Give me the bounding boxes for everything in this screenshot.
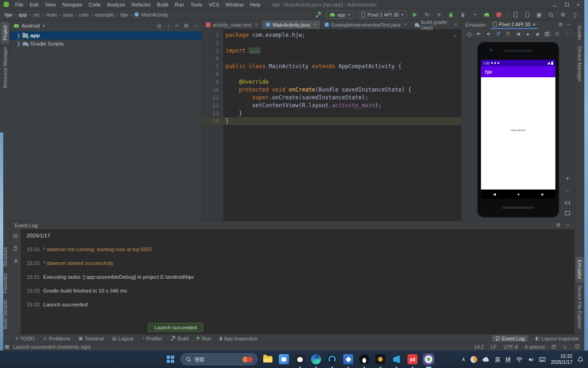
build-hammer-icon[interactable]: [314, 11, 322, 19]
tool-button-device-file-explorer[interactable]: Device File Explorer: [576, 282, 584, 332]
menu-window[interactable]: Window: [223, 1, 246, 8]
minimize-button[interactable]: [553, 2, 557, 7]
code-line[interactable]: 2: [202, 39, 461, 47]
taskbar-search-input[interactable]: 搜索: [181, 353, 258, 365]
search-highlight-image[interactable]: [243, 356, 253, 362]
line-ending-indicator[interactable]: LF: [491, 344, 497, 350]
code-line[interactable]: 1package com.example.hjw;: [202, 31, 461, 39]
wifi-icon[interactable]: [516, 356, 523, 362]
line-number[interactable]: 11: [202, 94, 223, 102]
tool-button-app-inspection[interactable]: ▮App Inspection: [220, 336, 257, 341]
code-line[interactable]: 13 }: [202, 109, 461, 117]
panel-settings-gear-icon[interactable]: ⚙: [184, 23, 189, 29]
tab-example-instrumented-test[interactable]: C ExampleInstrumentedTest.java ×: [321, 20, 411, 29]
tool-button-emulator[interactable]: Emulator: [576, 257, 584, 282]
run-button[interactable]: [411, 11, 419, 19]
hide-panel-icon[interactable]: ─: [567, 22, 571, 28]
menu-build[interactable]: Build: [154, 1, 171, 8]
speaker-icon[interactable]: [528, 356, 534, 362]
line-number[interactable]: 10: [202, 86, 223, 94]
android-studio-taskbar-icon[interactable]: [423, 353, 435, 365]
menu-code[interactable]: Code: [86, 1, 103, 8]
github-desktop-icon[interactable]: [294, 353, 306, 365]
breadcrumb-item[interactable]: hjw: [5, 12, 12, 17]
code-editor-app-icon[interactable]: [390, 353, 402, 365]
tree-item-gradle-scripts[interactable]: ❯ Gradle Scripts: [10, 40, 202, 48]
code-line[interactable]: 8: [202, 70, 461, 78]
maximize-button[interactable]: [565, 2, 569, 7]
code-line[interactable]: 9 @Override: [202, 78, 461, 86]
debug-button[interactable]: [447, 11, 455, 19]
menu-tools[interactable]: Tools: [187, 1, 205, 8]
code-line[interactable]: 12 setContentView(R.layout.activity_main…: [202, 102, 461, 109]
ime-english-indicator[interactable]: 英: [495, 356, 500, 363]
code-line-caret[interactable]: 14}: [202, 117, 461, 125]
tool-button-run[interactable]: Run: [197, 336, 211, 341]
microsoft-store-icon[interactable]: [278, 353, 290, 365]
breadcrumb-item[interactable]: MainActivity: [141, 12, 169, 17]
breadcrumb-item[interactable]: example: [95, 12, 114, 17]
code-line[interactable]: 10 protected void onCreate(Bundle savedI…: [202, 86, 461, 94]
panel-settings-gear-icon[interactable]: ⚙: [556, 222, 560, 228]
hide-panel-icon[interactable]: ─: [566, 222, 570, 228]
power-icon[interactable]: [466, 31, 472, 37]
phone-app-content[interactable]: Hello World!: [481, 77, 555, 190]
panel-settings-gear-icon[interactable]: ⚙: [558, 22, 563, 28]
apply-code-changes-button[interactable]: ≡: [435, 11, 443, 19]
rotate-left-icon[interactable]: ↺: [496, 31, 501, 37]
tool-button-device-manager[interactable]: Device Manager: [576, 43, 584, 85]
more-options-icon[interactable]: ⋮: [564, 31, 570, 37]
device-manager-button[interactable]: [511, 11, 519, 19]
photos-app-icon[interactable]: [342, 353, 354, 365]
menu-run[interactable]: Run: [172, 1, 187, 8]
tool-button-resource-manager[interactable]: Resource Manager: [1, 44, 9, 91]
home-icon[interactable]: ●: [525, 31, 531, 37]
log-settings-wrench-icon[interactable]: [13, 257, 18, 265]
breadcrumb-item[interactable]: java: [63, 12, 73, 17]
stop-button[interactable]: [495, 11, 503, 19]
dark-ring-app-icon[interactable]: [326, 353, 338, 365]
menu-analyze[interactable]: Analyze: [104, 1, 128, 8]
caret-position[interactable]: 14:2: [474, 344, 484, 350]
notifications-bell-icon[interactable]: [577, 356, 583, 362]
tool-button-gradle[interactable]: Gradle: [576, 22, 584, 43]
apply-changes-button[interactable]: ↻: [423, 11, 431, 19]
line-number[interactable]: 8: [202, 70, 223, 78]
menu-edit[interactable]: Edit: [27, 1, 41, 8]
line-number[interactable]: 14: [202, 117, 223, 125]
compact-view-icon[interactable]: ÷: [175, 23, 178, 29]
overview-icon[interactable]: ■: [535, 31, 540, 37]
locate-file-icon[interactable]: ◎: [157, 23, 161, 29]
profile-button[interactable]: ◔: [471, 11, 479, 19]
phone-screen[interactable]: 7:32 hjw: [481, 60, 555, 199]
volume-up-icon[interactable]: [476, 31, 481, 37]
sdk-manager-button[interactable]: ▣: [535, 11, 543, 19]
folded-imports[interactable]: ...: [249, 47, 260, 54]
zoom-ratio-label[interactable]: 1:1: [565, 201, 571, 205]
tool-button-logcat[interactable]: ▤Logcat: [112, 336, 133, 341]
file-explorer-icon[interactable]: [262, 353, 274, 365]
hidden-icons-chevron[interactable]: ∧: [461, 356, 465, 362]
clear-log-trash-icon[interactable]: [13, 244, 18, 252]
close-button[interactable]: ×: [577, 2, 580, 7]
code-line[interactable]: 7public class MainActivity extends AppCo…: [202, 63, 461, 70]
clock[interactable]: 15:32 2025/1/17: [551, 353, 572, 365]
tool-button-todo[interactable]: ≡TODO: [16, 336, 34, 341]
zoom-out-button[interactable]: −: [566, 188, 570, 195]
run-configuration-select[interactable]: app ▾: [326, 11, 354, 19]
mark-all-read-icon[interactable]: ▤: [13, 233, 17, 239]
hide-panel-icon[interactable]: ─: [194, 23, 198, 29]
readonly-lock-icon[interactable]: [552, 346, 555, 349]
snapshots-icon[interactable]: ⊙: [554, 31, 560, 37]
phone-back-icon[interactable]: ◀: [493, 192, 496, 196]
project-view-select[interactable]: Android: [22, 23, 40, 29]
tool-button-profiler[interactable]: ◔Profiler: [141, 336, 162, 341]
avd-manager-button[interactable]: [523, 11, 531, 19]
menu-navigate[interactable]: Navigate: [59, 1, 85, 8]
menu-view[interactable]: View: [42, 1, 59, 8]
zoom-fit-button[interactable]: [565, 211, 570, 215]
line-number[interactable]: 9: [202, 78, 223, 86]
code-line[interactable]: 6: [202, 55, 461, 63]
close-tab-icon[interactable]: ×: [255, 22, 258, 27]
breadcrumb-item[interactable]: com: [79, 12, 89, 17]
